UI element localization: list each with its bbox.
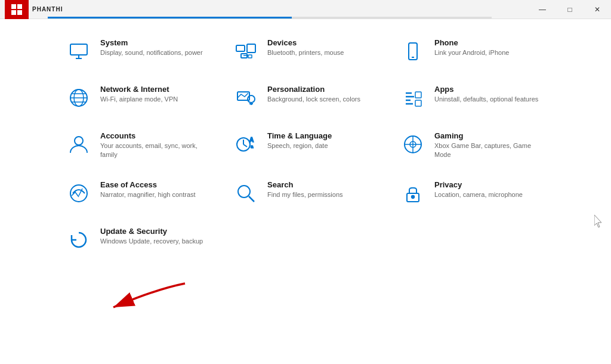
svg-rect-7 <box>236 45 245 51</box>
accounts-icon <box>66 131 92 158</box>
time-desc: Speech, region, date <box>267 141 332 150</box>
system-icon <box>66 38 92 64</box>
progress-bar-fill <box>48 17 292 18</box>
svg-rect-27 <box>415 92 421 98</box>
apps-text: Apps Uninstall, defaults, optional featu… <box>434 85 538 104</box>
app-logo <box>5 0 29 19</box>
update-desc: Windows Update, recovery, backup <box>100 237 203 246</box>
svg-point-20 <box>248 95 255 103</box>
svg-rect-4 <box>70 44 87 55</box>
svg-rect-8 <box>247 44 255 53</box>
personalization-desc: Background, lock screen, colors <box>267 95 360 104</box>
network-icon <box>66 85 92 111</box>
svg-rect-1 <box>17 4 22 9</box>
search-text: Search Find my files, permissions <box>267 180 343 199</box>
settings-item-privacy[interactable]: Privacy Location, camera, microphone <box>395 173 550 214</box>
svg-text:a: a <box>251 144 254 149</box>
accounts-desc: Your accounts, email, sync, work, family <box>100 141 211 160</box>
close-button[interactable]: ✕ <box>584 0 611 19</box>
apps-icon <box>400 85 426 111</box>
svg-line-42 <box>249 196 254 202</box>
system-text: System Display, sound, notifications, po… <box>100 38 203 57</box>
settings-item-personalization[interactable]: Personalization Background, lock screen,… <box>228 78 383 118</box>
accounts-text: Accounts Your accounts, email, sync, wor… <box>100 131 211 160</box>
settings-item-gaming[interactable]: Gaming Xbox Game Bar, captures, Game Mod… <box>395 124 550 167</box>
svg-line-32 <box>243 144 247 147</box>
svg-rect-2 <box>11 10 16 15</box>
settings-item-devices[interactable]: Devices Bluetooth, printers, mouse <box>228 31 383 72</box>
settings-item-ease[interactable]: Ease of Access Narrator, magnifier, high… <box>61 173 216 214</box>
ease-desc: Narrator, magnifier, high contrast <box>100 190 196 199</box>
time-icon: A a <box>233 131 259 158</box>
settings-item-system[interactable]: System Display, sound, notifications, po… <box>61 31 216 72</box>
time-name: Time & Language <box>267 131 332 140</box>
gaming-name: Gaming <box>434 131 545 140</box>
network-desc: Wi-Fi, airplane mode, VPN <box>100 95 178 104</box>
settings-item-network[interactable]: Network & Internet Wi-Fi, airplane mode,… <box>61 78 216 118</box>
update-name: Update & Security <box>100 227 203 236</box>
svg-point-41 <box>238 186 250 198</box>
search-desc: Find my files, permissions <box>267 190 343 199</box>
network-text: Network & Internet Wi-Fi, airplane mode,… <box>100 85 178 104</box>
accounts-name: Accounts <box>100 131 211 140</box>
privacy-name: Privacy <box>434 180 523 189</box>
search-name: Search <box>267 180 343 189</box>
update-text: Update & Security Windows Update, recove… <box>100 227 203 246</box>
svg-rect-0 <box>11 4 16 9</box>
phone-icon <box>400 38 426 64</box>
apps-desc: Uninstall, defaults, optional features <box>434 95 538 104</box>
app-brand: PHANTHI <box>32 6 63 13</box>
privacy-text: Privacy Location, camera, microphone <box>434 180 523 199</box>
phone-text: Phone Link your Android, iPhone <box>434 38 509 57</box>
phone-desc: Link your Android, iPhone <box>434 48 509 57</box>
gaming-desc: Xbox Game Bar, captures, Game Mode <box>434 141 545 160</box>
search-icon <box>233 180 259 206</box>
svg-point-29 <box>75 137 83 145</box>
svg-rect-10 <box>248 55 252 58</box>
devices-name: Devices <box>267 38 344 47</box>
phone-name: Phone <box>434 38 509 47</box>
svg-rect-3 <box>17 10 22 15</box>
settings-item-search[interactable]: Search Find my files, permissions <box>228 173 383 214</box>
ease-name: Ease of Access <box>100 180 196 189</box>
maximize-button[interactable]: □ <box>556 0 584 19</box>
personalization-name: Personalization <box>267 85 360 94</box>
settings-item-update[interactable]: Update & Security Windows Update, recove… <box>61 220 216 260</box>
system-desc: Display, sound, notifications, power <box>100 48 203 57</box>
titlebar: PHANTHI — □ ✕ <box>0 0 611 19</box>
titlebar-controls: — □ ✕ <box>529 0 611 19</box>
personalization-icon <box>233 85 259 111</box>
svg-point-44 <box>412 195 415 198</box>
network-name: Network & Internet <box>100 85 178 94</box>
ease-icon <box>66 180 92 206</box>
apps-name: Apps <box>434 85 538 94</box>
progress-bar-container <box>48 17 492 18</box>
app-title-area: PHANTHI <box>32 6 63 13</box>
privacy-icon <box>400 180 426 206</box>
settings-grid: System Display, sound, notifications, po… <box>61 31 550 260</box>
settings-item-apps[interactable]: Apps Uninstall, defaults, optional featu… <box>395 78 550 118</box>
time-text: Time & Language Speech, region, date <box>267 131 332 150</box>
system-name: System <box>100 38 203 47</box>
gaming-icon <box>400 131 426 158</box>
settings-item-time[interactable]: A a Time & Language Speech, region, date <box>228 124 383 167</box>
gaming-text: Gaming Xbox Game Bar, captures, Game Mod… <box>434 131 545 160</box>
svg-rect-28 <box>415 100 421 106</box>
settings-item-phone[interactable]: Phone Link your Android, iPhone <box>395 31 550 72</box>
ease-text: Ease of Access Narrator, magnifier, high… <box>100 180 196 199</box>
privacy-desc: Location, camera, microphone <box>434 190 523 199</box>
titlebar-left: PHANTHI <box>0 0 63 19</box>
svg-text:A: A <box>249 137 254 143</box>
main-content: System Display, sound, notifications, po… <box>0 19 611 364</box>
update-icon <box>66 227 92 253</box>
devices-text: Devices Bluetooth, printers, mouse <box>267 38 344 57</box>
devices-icon <box>233 38 259 64</box>
personalization-text: Personalization Background, lock screen,… <box>267 85 360 104</box>
devices-desc: Bluetooth, printers, mouse <box>267 48 344 57</box>
minimize-button[interactable]: — <box>529 0 556 19</box>
settings-item-accounts[interactable]: Accounts Your accounts, email, sync, wor… <box>61 124 216 167</box>
